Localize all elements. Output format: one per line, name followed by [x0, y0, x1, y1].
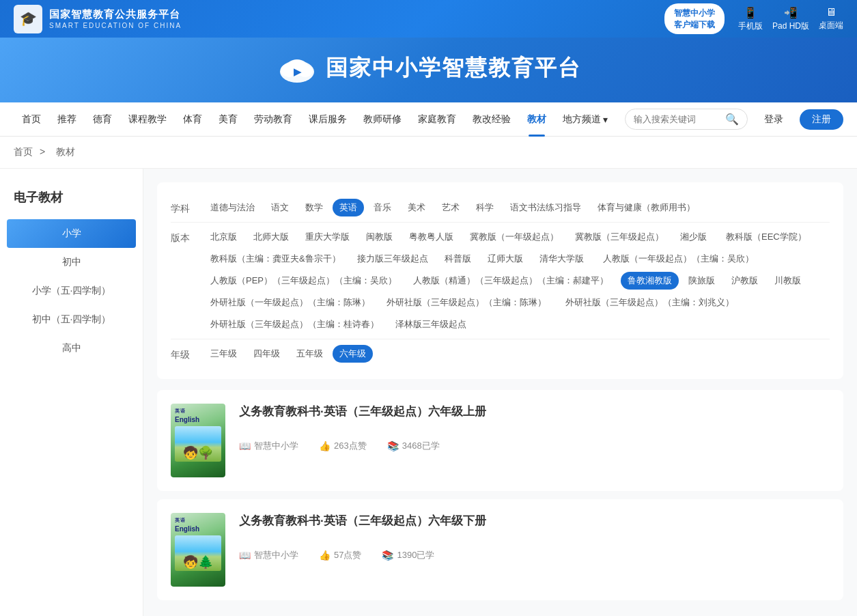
- filter-tag-renjiao-pep[interactable]: 人教版（PEP）（三年级起点）（主编：吴欣）: [203, 272, 404, 290]
- svg-text:▶: ▶: [293, 66, 301, 77]
- book-title-2[interactable]: 义务教育教科书·英语（三年级起点）六年级下册: [239, 513, 830, 529]
- login-button[interactable]: 登录: [753, 109, 794, 130]
- sidebar-title: 电子教材: [0, 182, 143, 219]
- filter-tag-jieli[interactable]: 接力版三年级起点: [350, 250, 435, 268]
- nav-item-sports[interactable]: 体育: [175, 102, 210, 137]
- filter-tag-arts[interactable]: 艺术: [435, 199, 466, 216]
- book-meta-2: 📖 智慧中小学 👍 57点赞 📚 1390已学: [239, 549, 830, 561]
- sidebar-item-primary-54[interactable]: 小学（五·四学制）: [0, 277, 143, 305]
- filter-tag-shanghai[interactable]: 沪教版: [725, 272, 765, 290]
- filter-tag-bsd[interactable]: 北师大版: [247, 228, 296, 246]
- filter-tag-fujian[interactable]: 闽教版: [359, 228, 399, 246]
- filter-tag-xiangshao[interactable]: 湘少版: [673, 228, 714, 246]
- filter-tag-sichuan[interactable]: 川教版: [768, 272, 808, 290]
- book-info-1: 义务教育教科书·英语（三年级起点）六年级上册 📖 智慧中小学 👍 263点赞 📚: [239, 404, 830, 452]
- nav-dropdown-local: 地方频道 ▾: [563, 113, 608, 126]
- logo-area: 🎓 国家智慧教育公共服务平台 SMART EDUCATION OF CHINA: [14, 5, 182, 33]
- filter-row-subject: 学科 道德与法治 语文 数学 英语 音乐 美术 艺术 科学 语文书法练习指导 体…: [171, 193, 830, 223]
- sidebar-item-middle[interactable]: 初中: [0, 248, 143, 277]
- nav-item-course[interactable]: 课程教学: [120, 102, 175, 137]
- sidebar: 电子教材 小学 初中 小学（五·四学制） 初中（五·四学制） 高中: [0, 169, 143, 616]
- filter-tag-renjiao-grade1[interactable]: 人教版（一年级起点）（主编：吴欣）: [596, 250, 761, 268]
- filter-tag-kj-gong[interactable]: 教科版（主编：龚亚夫&鲁宗干）: [203, 250, 348, 268]
- book-info-2: 义务教育教科书·英语（三年级起点）六年级下册 📖 智慧中小学 👍 57点赞 📚: [239, 513, 830, 561]
- search-input-wrap: 🔍: [625, 109, 748, 130]
- filter-tag-renjiao-mastery[interactable]: 人教版（精通）（三年级起点）（主编：郝建平）: [406, 272, 615, 290]
- filter-tag-liaoshi[interactable]: 辽师大版: [481, 250, 530, 268]
- logo-icon: 🎓: [14, 5, 42, 33]
- nav-item-textbook[interactable]: 教材: [519, 102, 554, 137]
- filter-tag-lu-xiang[interactable]: 鲁教湘教版: [621, 272, 679, 290]
- filter-tag-music[interactable]: 音乐: [367, 199, 398, 216]
- book-source-1: 📖 智慧中小学: [239, 440, 298, 452]
- nav-item-after-school[interactable]: 课后服务: [300, 102, 355, 137]
- breadcrumb: 首页 > 教材: [0, 137, 857, 169]
- filter-tag-grade6[interactable]: 六年级: [333, 345, 373, 363]
- nav-item-home[interactable]: 首页: [14, 102, 49, 137]
- filter-tag-qinghua[interactable]: 清华大学版: [533, 250, 591, 268]
- sidebar-item-high[interactable]: 高中: [0, 334, 143, 363]
- filter-tag-beijing[interactable]: 北京版: [203, 228, 244, 246]
- search-icon[interactable]: 🔍: [725, 113, 739, 126]
- filter-tag-moral-education[interactable]: 道德与法治: [203, 199, 262, 216]
- filter-tag-cqu[interactable]: 重庆大学版: [298, 228, 356, 246]
- filter-tag-kepu[interactable]: 科普版: [438, 250, 478, 268]
- content-area: 电子教材 小学 初中 小学（五·四学制） 初中（五·四学制） 高中 学科 道德与…: [0, 169, 857, 616]
- filter-tag-fine-arts[interactable]: 美术: [401, 199, 432, 216]
- nav-item-local[interactable]: 地方频道 ▾: [554, 102, 616, 137]
- sidebar-item-middle-54[interactable]: 初中（五·四学制）: [0, 305, 143, 334]
- logo-main-title: 国家智慧教育公共服务平台: [49, 8, 182, 21]
- filter-tag-kj-eec[interactable]: 教科版（EEC学院）: [719, 228, 813, 246]
- client-download-button[interactable]: 智慧中小学 客户端下载: [664, 3, 725, 35]
- filter-section: 学科 道德与法治 语文 数学 英语 音乐 美术 艺术 科学 语文书法练习指导 体…: [157, 182, 843, 379]
- main-content: 学科 道德与法治 语文 数学 英语 音乐 美术 艺术 科学 语文书法练习指导 体…: [143, 169, 857, 616]
- filter-tag-hebei-grade3[interactable]: 冀教版（三年级起点）: [568, 228, 671, 246]
- filter-tag-math[interactable]: 数学: [298, 199, 330, 216]
- filter-label-subject: 学科: [171, 199, 195, 215]
- filter-label-version: 版本: [171, 228, 195, 244]
- filter-tag-grade5[interactable]: 五年级: [290, 345, 330, 363]
- filter-tag-guangdong[interactable]: 粤教粤人版: [402, 228, 460, 246]
- learner-icon-1: 📚: [387, 440, 399, 451]
- filter-tag-chinese[interactable]: 语文: [264, 199, 296, 216]
- main-nav: 首页 推荐 德育 课程教学 体育 美育 劳动教育 课后服务 教师研修 家庭教育 …: [0, 102, 857, 137]
- breadcrumb-home[interactable]: 首页: [14, 146, 33, 157]
- filter-tag-calligraphy[interactable]: 语文书法练习指导: [503, 199, 588, 216]
- filter-tag-grade4[interactable]: 四年级: [247, 345, 287, 363]
- pad-platform-link[interactable]: 📲 Pad HD版: [772, 6, 809, 32]
- nav-item-teacher[interactable]: 教师研修: [355, 102, 410, 137]
- book-likes-1: 👍 263点赞: [319, 440, 367, 452]
- book-cover-1[interactable]: 英语 English 🧒🌳: [171, 404, 225, 477]
- filter-tag-science[interactable]: 科学: [469, 199, 501, 216]
- desktop-platform-link[interactable]: 🖥 桌面端: [819, 6, 843, 32]
- nav-item-labor[interactable]: 劳动教育: [246, 102, 300, 137]
- nav-item-moral[interactable]: 德育: [85, 102, 120, 137]
- filter-tag-waiyan-grade1[interactable]: 外研社版（一年级起点）（主编：陈琳）: [203, 294, 377, 311]
- filter-tag-hebei-grade1[interactable]: 冀教版（一年级起点）: [463, 228, 565, 246]
- nav-item-reform[interactable]: 教改经验: [464, 102, 519, 137]
- mobile-platform-link[interactable]: 📱 手机版: [738, 6, 763, 32]
- book-title-1[interactable]: 义务教育教科书·英语（三年级起点）六年级上册: [239, 404, 830, 419]
- nav-item-family[interactable]: 家庭教育: [410, 102, 464, 137]
- filter-tag-waiyan-grade3-liu[interactable]: 外研社版（三年级起点）（主编：刘兆义）: [559, 294, 741, 311]
- top-header: 🎓 国家智慧教育公共服务平台 SMART EDUCATION OF CHINA …: [0, 0, 857, 38]
- filter-tag-pe[interactable]: 体育与健康（教师用书）: [591, 199, 702, 216]
- hero-banner: ▶ 国家中小学智慧教育平台: [0, 38, 857, 102]
- sidebar-item-primary[interactable]: 小学: [7, 219, 136, 248]
- nav-item-arts[interactable]: 美育: [210, 102, 246, 137]
- nav-item-recommend[interactable]: 推荐: [49, 102, 85, 137]
- desktop-icon: 🖥: [826, 6, 837, 18]
- filter-row-grade: 年级 三年级 四年级 五年级 六年级: [171, 339, 830, 368]
- filter-tag-shaanxi[interactable]: 陕旅版: [682, 272, 722, 290]
- filter-tag-waiyan-grade3-gui[interactable]: 外研社版（三年级起点）（主编：桂诗春）: [203, 316, 386, 333]
- filter-tag-waiyan-grade3-chen[interactable]: 外研社版（三年级起点）（主编：陈琳）: [380, 294, 553, 311]
- logo-text: 国家智慧教育公共服务平台 SMART EDUCATION OF CHINA: [49, 8, 182, 30]
- filter-row-version: 版本 北京版 北师大版 重庆大学版 闽教版 粤教粤人版 冀教版（一年级起点） 冀…: [171, 223, 830, 339]
- register-button[interactable]: 注册: [800, 109, 843, 130]
- search-input[interactable]: [634, 114, 721, 124]
- filter-tag-grade3[interactable]: 三年级: [203, 345, 244, 363]
- filter-tag-zelin[interactable]: 泽林版三年级起点: [389, 316, 473, 333]
- filter-tag-english[interactable]: 英语: [333, 199, 364, 216]
- book-cover-2[interactable]: 英语 English 🧒🌲: [171, 513, 225, 587]
- svg-text:🎓: 🎓: [20, 10, 37, 27]
